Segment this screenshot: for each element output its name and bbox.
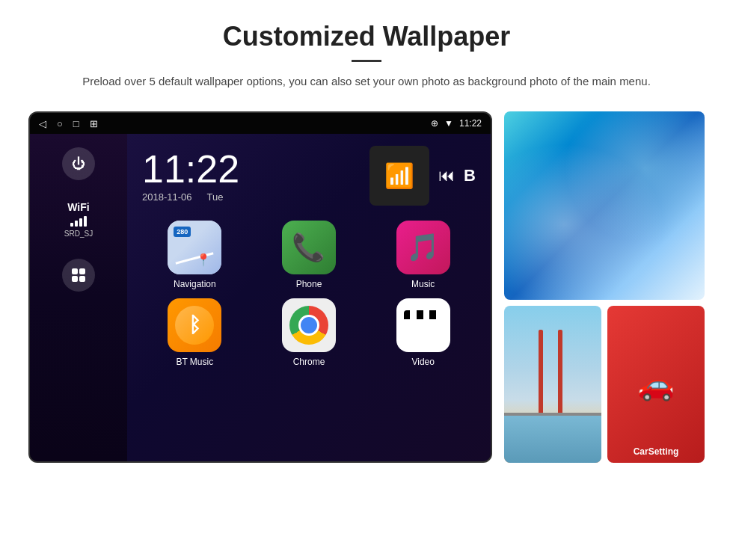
main-content: 11:22 2018-11-06 Tue 📶 ⏮ B <box>127 134 491 461</box>
page-title: Customized Wallpaper <box>45 21 688 52</box>
phone-label: Phone <box>296 279 322 289</box>
chrome-label: Chrome <box>293 357 325 367</box>
app-item-bt-music[interactable]: ᛒ BT Music <box>142 298 248 367</box>
wifi-signal-icon: 📶 <box>384 161 414 190</box>
status-time: 11:22 <box>459 118 482 129</box>
clock-area: 11:22 2018-11-06 Tue 📶 ⏮ B <box>127 134 491 213</box>
clock-day: Tue <box>207 191 224 203</box>
signal-icon: ▼ <box>444 118 453 129</box>
video-icon <box>396 298 450 352</box>
content-area: ◁ ○ □ ⊞ ⊕ ▼ 11:22 ⏻ WiFi <box>0 111 733 463</box>
clock-date-value: 2018-11-06 <box>142 191 192 203</box>
left-sidebar: ⏻ WiFi SRD_SJ <box>30 134 127 461</box>
status-right: ⊕ ▼ 11:22 <box>431 118 482 129</box>
location-icon: ⊕ <box>431 118 438 129</box>
clock-time: 11:22 <box>142 150 239 188</box>
car-setting-panel[interactable]: 🚗 CarSetting <box>607 306 705 463</box>
bridge-structure <box>504 306 601 463</box>
device-mockup: ◁ ○ □ ⊞ ⊕ ▼ 11:22 ⏻ WiFi <box>28 111 492 463</box>
wifi-bar-2 <box>75 221 78 227</box>
bridge-water <box>504 416 601 463</box>
chrome-icon <box>282 298 336 352</box>
app-item-navigation[interactable]: 280 📍 Navigation <box>142 221 248 289</box>
bridge-tower-left <box>539 330 543 416</box>
clock-info: 11:22 2018-11-06 Tue <box>142 150 239 203</box>
bridge-wallpaper[interactable] <box>504 306 601 463</box>
status-bar: ◁ ○ □ ⊞ ⊕ ▼ 11:22 <box>30 113 491 134</box>
recents-icon: □ <box>73 118 79 129</box>
media-controls: ⏮ B <box>438 166 476 185</box>
page-header: Customized Wallpaper Preload over 5 defa… <box>0 0 733 104</box>
clock-date: 2018-11-06 Tue <box>142 191 239 203</box>
back-icon: ◁ <box>39 118 46 129</box>
phone-icon: 📞 <box>282 221 336 274</box>
wallpaper-top[interactable] <box>504 111 705 300</box>
wifi-ssid: SRD_SJ <box>64 230 93 238</box>
ice-cave-bg <box>504 111 705 300</box>
grid-icon <box>72 268 85 282</box>
media-box: 📶 <box>369 146 429 206</box>
title-divider <box>352 60 381 62</box>
power-button[interactable]: ⏻ <box>62 147 95 180</box>
media-icons: 📶 ⏮ B <box>369 146 476 206</box>
app-item-video[interactable]: Video <box>370 298 476 367</box>
music-icon: 🎵 <box>396 221 450 274</box>
wallpaper-bottom: 🚗 CarSetting <box>504 306 705 463</box>
app-grid: 280 📍 Navigation 📞 <box>127 213 491 379</box>
bt-music-label: BT Music <box>176 357 213 367</box>
wifi-bar-3 <box>79 218 82 227</box>
page-subtitle: Preload over 5 default wallpaper options… <box>45 73 688 90</box>
app-item-phone[interactable]: 📞 Phone <box>257 221 362 289</box>
status-left: ◁ ○ □ ⊞ <box>39 118 98 129</box>
car-setting-icon: 🚗 <box>637 367 675 402</box>
video-label: Video <box>411 357 434 367</box>
apps-grid-button[interactable] <box>62 259 95 292</box>
wifi-info: WiFi SRD_SJ <box>64 201 93 238</box>
bt-music-icon: ᛒ <box>168 298 221 352</box>
wallpaper-panels: 🚗 CarSetting <box>504 111 705 463</box>
screenshot-icon: ⊞ <box>90 118 98 129</box>
wifi-bar-4 <box>84 216 87 227</box>
bridge-tower-right <box>558 330 562 416</box>
app-item-chrome[interactable]: Chrome <box>257 298 362 367</box>
navigation-icon: 280 📍 <box>168 221 221 274</box>
wifi-bar-1 <box>70 223 73 227</box>
wifi-bars <box>64 216 93 227</box>
home-icon: ○ <box>57 118 63 129</box>
music-label: Music <box>411 279 435 289</box>
screen-body: ⏻ WiFi SRD_SJ <box>30 134 491 461</box>
app-item-music[interactable]: 🎵 Music <box>370 221 476 289</box>
prev-track-icon[interactable]: ⏮ <box>438 166 455 185</box>
car-setting-label: CarSetting <box>634 446 679 457</box>
bridge-deck <box>504 413 601 416</box>
letter-b-display: B <box>464 166 476 185</box>
navigation-label: Navigation <box>174 279 216 289</box>
wifi-label: WiFi <box>64 201 93 213</box>
